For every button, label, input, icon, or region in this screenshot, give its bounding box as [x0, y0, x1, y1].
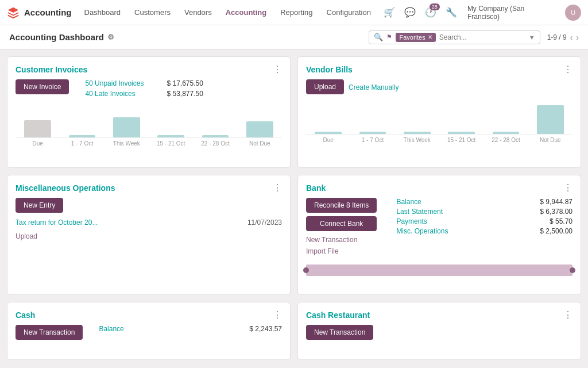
chat-icon-button[interactable]: 💬 — [402, 5, 418, 20]
nav-customers[interactable]: Customers — [129, 5, 176, 20]
main-content: Customer Invoices ⋮ New Invoice 50 Unpai… — [0, 49, 588, 367]
reconcile-button[interactable]: Reconcile 8 Items — [306, 198, 377, 213]
cash-restaurant-new-transaction-button[interactable]: New Transaction — [306, 325, 373, 340]
misc-entry-date: 11/07/2023 — [247, 218, 282, 227]
late-invoices-link[interactable]: 40 Late Invoices — [85, 90, 135, 98]
bank-menu[interactable]: ⋮ — [563, 182, 572, 193]
search-dropdown-arrow[interactable]: ▼ — [529, 34, 535, 41]
customer-invoices-actions: New Invoice 50 Unpaid Invoices $ 17,675.… — [7, 79, 290, 101]
vendor-label-22-28: 22 - 28 Oct — [483, 137, 528, 143]
cash-balance-row: Balance $ 2,243.57 — [87, 325, 282, 333]
upload-link[interactable]: Upload — [7, 231, 290, 244]
cash-restaurant-card: Cash Restaurant ⋮ New Transaction — [297, 302, 581, 360]
top-navigation: Accounting Dashboard Customers Vendors A… — [0, 0, 588, 25]
nav-vendors[interactable]: Vendors — [179, 5, 218, 20]
vendor-bills-title: Vendor Bills — [306, 65, 353, 74]
vendor-bills-card: Vendor Bills ⋮ Upload Create Manually Du… — [297, 56, 581, 168]
vendor-label-1-7: 1 - 7 Oct — [350, 137, 394, 143]
vendor-label-not-due: Not Due — [528, 137, 572, 143]
bank-header: Bank ⋮ — [298, 175, 581, 198]
page-title-container: Accounting Dashboard ⚙ — [9, 32, 114, 42]
customer-invoices-card: Customer Invoices ⋮ New Invoice 50 Unpai… — [7, 56, 291, 168]
new-invoice-button[interactable]: New Invoice — [16, 79, 69, 94]
progress-dot-right — [570, 267, 575, 273]
late-amount: $ 53,877.50 — [167, 90, 203, 98]
misc-ops-row: Misc. Operations $ 2,500.00 — [396, 227, 572, 235]
upload-link-label: Upload — [16, 232, 37, 240]
app-name: Accounting — [24, 7, 72, 17]
vendor-label-this-week: This Week — [395, 137, 439, 143]
vendor-bills-header: Vendor Bills ⋮ — [298, 57, 581, 79]
misc-operations-title: Miscellaneous Operations — [16, 183, 115, 193]
unpaid-amount: $ 17,675.50 — [167, 79, 203, 87]
pagination: 1-9 / 9 ‹ › — [547, 33, 579, 42]
search-icon: 🔍 — [374, 33, 383, 41]
settings-gear-icon[interactable]: ⚙ — [107, 33, 114, 41]
search-input[interactable] — [439, 33, 525, 41]
progress-dot-left — [303, 267, 309, 273]
user-avatar[interactable]: U — [565, 5, 581, 21]
bank-buttons: Reconcile 8 Items Connect Bank New Trans… — [306, 198, 377, 255]
cart-icon-button[interactable]: 🛒 — [381, 5, 397, 20]
misc-entry-link[interactable]: Tax return for October 20... — [16, 218, 241, 227]
cash-balance-value: $ 2,243.57 — [249, 325, 282, 333]
cash-menu[interactable]: ⋮ — [273, 309, 282, 320]
cash-balance-label: Balance — [99, 325, 123, 333]
vendor-bills-actions: Upload Create Manually — [298, 79, 581, 98]
cash-restaurant-menu[interactable]: ⋮ — [563, 309, 572, 320]
cash-actions: New Transaction Balance $ 2,243.57 — [7, 325, 290, 343]
balance-label: Balance — [396, 198, 421, 206]
new-transaction-link[interactable]: New Transaction — [306, 236, 377, 244]
sub-header: Accounting Dashboard ⚙ 🔍 ⚑ Favorites ✕ ▼… — [0, 25, 588, 49]
misc-entry-row: Tax return for October 20... 11/07/2023 — [7, 216, 290, 231]
misc-operations-actions: New Entry — [7, 198, 290, 216]
filter-tag-close[interactable]: ✕ — [428, 34, 432, 40]
cash-restaurant-title: Cash Restaurant — [306, 310, 370, 320]
cash-card: Cash ⋮ New Transaction Balance $ 2,243.5… — [7, 302, 291, 360]
wrench-icon: 🔧 — [446, 7, 457, 18]
balance-value: $ 9,944.87 — [540, 198, 572, 206]
bank-progress — [298, 260, 581, 278]
misc-operations-header: Miscellaneous Operations ⋮ — [7, 175, 290, 198]
chart-labels: Due 1 - 7 Oct This Week 15 - 21 Oct 22 -… — [16, 140, 282, 147]
bank-card: Bank ⋮ Reconcile 8 Items Connect Bank Ne… — [297, 175, 581, 295]
create-manually-link[interactable]: Create Manually — [349, 79, 399, 91]
settings-icon-button[interactable]: 🔧 — [443, 5, 459, 20]
app-logo[interactable] — [7, 6, 20, 19]
vendor-bills-menu[interactable]: ⋮ — [563, 64, 572, 75]
notification-badge: 28 — [430, 3, 440, 10]
cash-new-transaction-button[interactable]: New Transaction — [16, 325, 83, 340]
new-entry-button[interactable]: New Entry — [16, 198, 63, 213]
pagination-text: 1-9 / 9 — [547, 33, 567, 41]
unpaid-invoices-link[interactable]: 50 Unpaid Invoices — [85, 79, 144, 87]
search-bar: 🔍 ⚑ Favorites ✕ ▼ — [369, 30, 540, 44]
vendor-bills-chart: Due 1 - 7 Oct This Week 15 - 21 Oct 22 -… — [298, 98, 581, 148]
misc-ops-value: $ 2,500.00 — [540, 227, 572, 235]
chat-icon: 💬 — [404, 7, 416, 18]
vendor-label-due: Due — [306, 137, 350, 143]
prev-page-button[interactable]: ‹ — [570, 33, 573, 42]
connect-bank-button[interactable]: Connect Bank — [306, 216, 377, 231]
nav-reporting[interactable]: Reporting — [274, 5, 318, 20]
upload-button[interactable]: Upload — [306, 79, 344, 94]
customer-invoices-menu[interactable]: ⋮ — [273, 64, 282, 75]
misc-operations-card: Miscellaneous Operations ⋮ New Entry Tax… — [7, 175, 291, 295]
cash-restaurant-actions: New Transaction — [298, 325, 581, 343]
last-statement-value: $ 6,378.00 — [540, 208, 572, 216]
last-statement-label: Last Statement — [396, 208, 443, 216]
payments-label: Payments — [396, 217, 427, 225]
notification-icon-button[interactable]: 🕐 28 — [423, 5, 439, 20]
chart-label-not-due: Not Due — [238, 140, 282, 147]
misc-operations-menu[interactable]: ⋮ — [273, 182, 282, 193]
vendor-label-15-21: 15 - 21 Oct — [439, 137, 483, 143]
filter-tag-favorites[interactable]: Favorites ✕ — [396, 33, 435, 42]
chart-label-1-7: 1 - 7 Oct — [60, 140, 104, 147]
chart-label-15-21: 15 - 21 Oct — [149, 140, 193, 147]
import-file-link[interactable]: Import File — [306, 247, 377, 255]
nav-dashboard[interactable]: Dashboard — [79, 5, 127, 20]
nav-configuration[interactable]: Configuration — [321, 5, 377, 20]
filter-icon: ⚑ — [386, 33, 392, 41]
bank-body: Reconcile 8 Items Connect Bank New Trans… — [298, 198, 581, 260]
next-page-button[interactable]: › — [576, 33, 579, 42]
nav-accounting[interactable]: Accounting — [220, 5, 273, 20]
